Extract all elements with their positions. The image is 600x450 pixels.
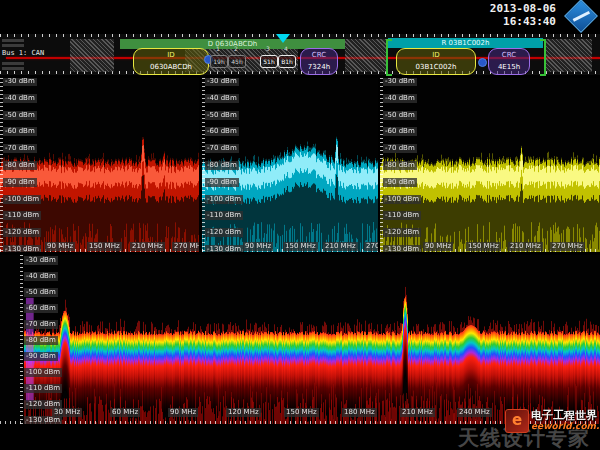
axis-label: -40 dBm (24, 272, 58, 281)
field-label: CRC (489, 49, 529, 61)
axis-label: -100 dBm (383, 195, 421, 204)
axis-label: -50 dBm (24, 288, 58, 297)
spectrum-panel-persistence[interactable]: -30 dBm-40 dBm-50 dBm-60 dBm-70 dBm-80 d… (0, 255, 600, 424)
scale-label-blur (2, 39, 24, 42)
axis-label: -40 dBm (383, 94, 417, 103)
axis-label: -100 dBm (3, 195, 41, 204)
hatch-block (546, 39, 592, 72)
scale-label-blur (2, 67, 24, 70)
axis-label: 270 MHz (172, 242, 199, 251)
field-label: ID (134, 49, 208, 61)
watermark-url: eeworld.com.cn (531, 421, 600, 431)
byte-index: 2 (228, 45, 244, 52)
axis-label: -90 dBm (383, 178, 417, 187)
axis-label: -90 dBm (3, 178, 37, 187)
byte-value[interactable]: B1h (278, 55, 296, 68)
axis-label: 150 MHz (283, 242, 318, 251)
field-value: 4E15h (489, 61, 529, 73)
axis-label: -130 dBm (24, 416, 62, 424)
hatch-block (345, 39, 387, 72)
axis-label: -110 dBm (205, 211, 243, 220)
axis-label: -70 dBm (383, 144, 417, 153)
y-axis-ticks (20, 255, 23, 424)
oscilloscope-screen: 2013-08-06 16:43:40 Bus 1: CAN D 0630ABC… (0, 0, 600, 450)
axis-label: -60 dBm (383, 127, 417, 136)
axis-label: -30 dBm (383, 78, 417, 86)
axis-label: -130 dBm (3, 245, 41, 252)
spectrum-panel-yellow[interactable]: -30 dBm-40 dBm-50 dBm-60 dBm-70 dBm-80 d… (380, 78, 600, 252)
axis-label: 210 MHz (323, 242, 358, 251)
frame-bracket-left (386, 39, 392, 76)
can-crc-field[interactable]: CRC 4E15h (488, 48, 530, 75)
axis-label: -130 dBm (383, 245, 421, 252)
axis-label: -70 dBm (205, 144, 239, 153)
watermark-logo-icon: e (505, 409, 529, 433)
axis-label: 150 MHz (466, 242, 501, 251)
bus-decode-strip[interactable]: Bus 1: CAN D 0630ABCDh R 03B1C002h ID 06… (0, 34, 600, 75)
can-id-field[interactable]: ID 03B1C002h (396, 48, 476, 75)
axis-label: -80 dBm (383, 161, 417, 170)
date-display: 2013-08-06 (490, 3, 556, 15)
time-display: 16:43:40 (503, 16, 556, 28)
axis-label: -50 dBm (3, 111, 37, 120)
hatch-block (70, 39, 114, 72)
bus-label: Bus 1: CAN (2, 49, 44, 57)
axis-label: -80 dBm (24, 336, 58, 345)
byte-index: 4 (278, 45, 294, 52)
axis-label: -60 dBm (205, 127, 239, 136)
axis-label: -130 dBm (205, 245, 243, 252)
axis-label: -110 dBm (3, 211, 41, 220)
byte-value[interactable]: 19h (210, 55, 228, 68)
axis-label: 30 MHz (52, 408, 82, 417)
axis-label: 90 MHz (45, 242, 75, 251)
spectrum-panel-cyan[interactable]: -30 dBm-40 dBm-50 dBm-60 dBm-70 dBm-80 d… (202, 78, 378, 252)
axis-label: -100 dBm (24, 368, 62, 377)
axis-label: 120 MHz (226, 408, 261, 417)
axis-label: 270 MHz (550, 242, 585, 251)
axis-label: -70 dBm (24, 320, 58, 329)
axis-label: -40 dBm (205, 94, 239, 103)
spectrum-panel-red[interactable]: -30 dBm-40 dBm-50 dBm-60 dBm-70 dBm-80 d… (0, 78, 199, 252)
axis-label: -80 dBm (205, 161, 239, 170)
axis-label: 60 MHz (110, 408, 140, 417)
scale-label-blur (2, 62, 24, 65)
axis-label: 240 MHz (457, 408, 492, 417)
axis-label: -120 dBm (3, 228, 41, 237)
axis-label: -50 dBm (383, 111, 417, 120)
field-label: CRC (301, 49, 337, 61)
byte-value[interactable]: 51h (260, 55, 278, 68)
byte-index: 1 (210, 45, 226, 52)
axis-label: 210 MHz (400, 408, 435, 417)
field-value: 03B1C002h (397, 61, 475, 73)
logo-slash (573, 11, 590, 22)
time-ruler-top (0, 34, 600, 37)
byte-index: 3 (260, 45, 276, 52)
can-id-field[interactable]: ID 0630ABCDh (133, 48, 209, 75)
axis-label: -30 dBm (3, 78, 37, 86)
axis-label: 270 MHz (364, 242, 378, 251)
can-response-bar[interactable]: R 03B1C002h (388, 38, 543, 48)
field-value: 0630ABCDh (134, 61, 208, 73)
stuff-bit-icon (478, 58, 487, 67)
axis-label: -120 dBm (383, 228, 421, 237)
axis-label: -50 dBm (205, 111, 239, 120)
axis-label: -110 dBm (383, 211, 421, 220)
axis-label: -100 dBm (205, 195, 243, 204)
axis-label: -120 dBm (205, 228, 243, 237)
byte-value[interactable]: 45h (228, 55, 246, 68)
axis-label: -90 dBm (24, 352, 58, 361)
axis-label: 210 MHz (508, 242, 543, 251)
trigger-marker-icon[interactable] (276, 34, 290, 43)
axis-label: 150 MHz (87, 242, 122, 251)
axis-label: 90 MHz (243, 242, 273, 251)
axis-label: -30 dBm (24, 256, 58, 265)
rohde-schwarz-logo-icon (564, 0, 598, 33)
axis-label: -90 dBm (205, 178, 239, 187)
axis-label: -60 dBm (3, 127, 37, 136)
can-crc-field[interactable]: CRC 7324h (300, 48, 338, 75)
axis-label: -70 dBm (3, 144, 37, 153)
axis-label: -40 dBm (3, 94, 37, 103)
axis-label: 180 MHz (342, 408, 377, 417)
axis-label: -110 dBm (24, 384, 62, 393)
axis-label: -60 dBm (24, 304, 58, 313)
